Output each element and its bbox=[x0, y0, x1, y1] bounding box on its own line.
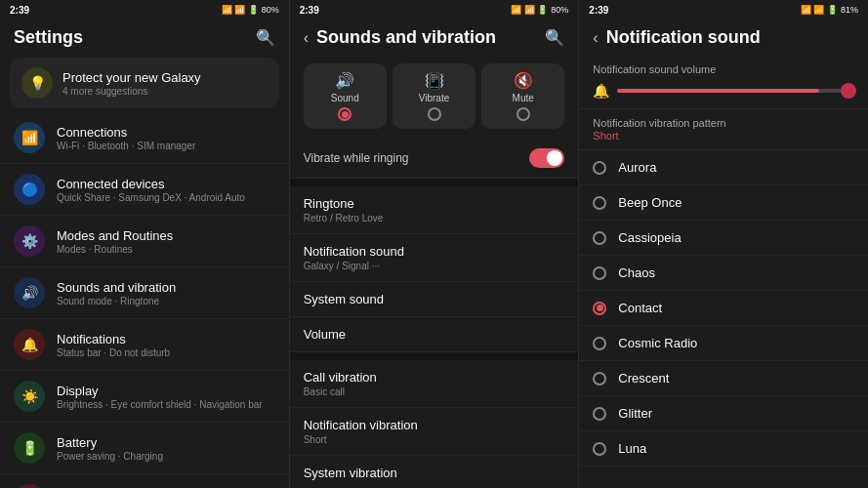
sound-glitter[interactable]: Glitter bbox=[579, 396, 868, 431]
sound-label: Sound bbox=[331, 93, 359, 103]
status-icons-1: 📶 📶 🔋 80% bbox=[222, 5, 279, 15]
notification-sound-item[interactable]: Notification sound Galaxy / Signal ··· bbox=[290, 234, 579, 282]
mute-label: Mute bbox=[513, 93, 534, 103]
notification-sound-title: Notification sound bbox=[304, 244, 565, 259]
notification-vibration-title: Notification vibration bbox=[304, 418, 565, 432]
volume-title: Volume bbox=[304, 327, 565, 342]
status-icons-2: 📶 📶 🔋 80% bbox=[511, 5, 568, 15]
sounds-title: Sounds and vibration bbox=[316, 27, 496, 48]
time-3: 2:39 bbox=[589, 5, 608, 16]
system-vibration-item[interactable]: System vibration bbox=[290, 456, 579, 488]
settings-battery[interactable]: 🔋 BatteryPower saving · Charging bbox=[0, 423, 289, 474]
ringtone-sub: Retro / Retro Love bbox=[304, 213, 565, 224]
sound-icon: 🔊 bbox=[335, 71, 354, 90]
system-sound-item[interactable]: System sound bbox=[290, 282, 579, 317]
connections-icon: 📶 bbox=[14, 122, 45, 153]
notification-header-left: ‹ Notification sound bbox=[593, 27, 760, 48]
luna-radio[interactable] bbox=[593, 442, 606, 456]
sound-beep-once[interactable]: Beep Once bbox=[579, 185, 868, 221]
volume-icon: 🔔 bbox=[593, 83, 609, 99]
call-vibration-title: Call vibration bbox=[304, 370, 565, 385]
mute-icon: 🔇 bbox=[514, 71, 533, 90]
back-icon-sounds[interactable]: ‹ bbox=[304, 29, 309, 47]
sound-list: Aurora Beep Once Cassiopeia Chaos Contac… bbox=[579, 150, 868, 467]
protect-title: Protect your new Galaxy bbox=[62, 70, 268, 85]
mute-radio[interactable] bbox=[517, 107, 530, 121]
sound-mode-sound[interactable]: 🔊 Sound bbox=[304, 63, 387, 129]
cassiopeia-radio[interactable] bbox=[593, 231, 606, 245]
sound-mode-vibrate[interactable]: 📳 Vibrate bbox=[393, 63, 475, 129]
slider-fill bbox=[617, 89, 818, 93]
aurora-radio[interactable] bbox=[593, 161, 606, 175]
protect-text: Protect your new Galaxy 4 more suggestio… bbox=[62, 70, 268, 97]
call-vibration-sub: Basic call bbox=[304, 386, 565, 397]
sounds-header: ‹ Sounds and vibration 🔍 bbox=[290, 20, 579, 54]
chaos-radio[interactable] bbox=[593, 266, 606, 280]
sound-crescent[interactable]: Crescent bbox=[579, 361, 868, 396]
settings-wallpaper[interactable]: 🖼️ Wallpaper and styleWallpapers · Colou… bbox=[0, 474, 289, 488]
vibrate-label: Vibrate bbox=[419, 93, 450, 103]
sounds-icon: 🔊 bbox=[14, 277, 45, 308]
panel-settings: 2:39 📶 📶 🔋 80% Settings 🔍 💡 Protect your… bbox=[0, 0, 290, 488]
notification-scroll: Notification sound volume 🔔 Notification… bbox=[579, 54, 868, 488]
contact-radio[interactable] bbox=[593, 302, 606, 315]
cosmic-label: Cosmic Radio bbox=[618, 336, 697, 350]
settings-display[interactable]: ☀️ DisplayBrightness · Eye comfort shiel… bbox=[0, 371, 289, 423]
sound-luna[interactable]: Luna bbox=[579, 431, 868, 467]
notification-title: Notification sound bbox=[606, 27, 761, 48]
notification-vibration-sub: Short bbox=[304, 434, 565, 445]
glitter-radio[interactable] bbox=[593, 407, 606, 421]
crescent-radio[interactable] bbox=[593, 372, 606, 386]
protect-subtitle: 4 more suggestions bbox=[62, 86, 268, 97]
sound-chaos[interactable]: Chaos bbox=[579, 256, 868, 291]
search-icon[interactable]: 🔍 bbox=[256, 28, 275, 47]
chaos-label: Chaos bbox=[618, 265, 655, 280]
crescent-label: Crescent bbox=[618, 371, 669, 386]
sound-mode-bar: 🔊 Sound 📳 Vibrate 🔇 Mute bbox=[290, 54, 579, 139]
volume-item[interactable]: Volume bbox=[290, 317, 579, 352]
aurora-label: Aurora bbox=[618, 160, 656, 175]
time-2: 2:39 bbox=[300, 5, 319, 16]
settings-connected-devices[interactable]: 🔵 Connected devicesQuick Share · Samsung… bbox=[0, 164, 289, 216]
settings-connections[interactable]: 📶 ConnectionsWi-Fi · Bluetooth · SIM man… bbox=[0, 112, 289, 164]
slider-thumb bbox=[841, 83, 856, 99]
ringtone-title: Ringtone bbox=[304, 196, 565, 211]
notification-header: ‹ Notification sound bbox=[579, 20, 868, 54]
volume-row: 🔔 bbox=[593, 83, 854, 99]
sound-contact[interactable]: Contact bbox=[579, 291, 868, 326]
panel-sounds: 2:39 📶 📶 🔋 80% ‹ Sounds and vibration 🔍 … bbox=[290, 0, 580, 488]
glitter-label: Glitter bbox=[618, 406, 652, 421]
vibrate-icon: 📳 bbox=[425, 71, 444, 90]
sound-radio[interactable] bbox=[338, 107, 351, 121]
sounds-header-left: ‹ Sounds and vibration bbox=[304, 27, 496, 48]
settings-modes[interactable]: ⚙️ Modes and RoutinesModes · Routines bbox=[0, 216, 289, 267]
volume-section: Notification sound volume 🔔 bbox=[579, 54, 868, 109]
volume-slider[interactable] bbox=[617, 89, 854, 93]
search-icon-sounds[interactable]: 🔍 bbox=[545, 28, 564, 47]
protect-item[interactable]: 💡 Protect your new Galaxy 4 more suggest… bbox=[10, 58, 279, 108]
battery-icon: 🔋 bbox=[14, 432, 45, 464]
back-icon-notification[interactable]: ‹ bbox=[593, 29, 598, 47]
wallpaper-icon: 🖼️ bbox=[14, 484, 45, 488]
settings-notifications[interactable]: 🔔 NotificationsStatus bar · Do not distu… bbox=[0, 319, 289, 371]
vibrate-radio[interactable] bbox=[428, 107, 441, 121]
sound-mode-mute[interactable]: 🔇 Mute bbox=[481, 63, 564, 129]
sound-cassiopeia[interactable]: Cassiopeia bbox=[579, 221, 868, 256]
sound-cosmic[interactable]: Cosmic Radio bbox=[579, 326, 868, 361]
beep-radio[interactable] bbox=[593, 196, 606, 210]
vibration-pattern-label: Notification vibration pattern bbox=[593, 117, 854, 129]
sounds-scroll: 🔊 Sound 📳 Vibrate 🔇 Mute bbox=[290, 54, 579, 488]
vibrate-toggle[interactable] bbox=[529, 148, 564, 168]
call-vibration-item[interactable]: Call vibration Basic call bbox=[290, 360, 579, 408]
modes-icon: ⚙️ bbox=[14, 225, 45, 257]
cosmic-radio[interactable] bbox=[593, 337, 606, 350]
protect-icon: 💡 bbox=[21, 67, 53, 99]
status-icons-3: 📶 📶 🔋 81% bbox=[801, 5, 858, 15]
settings-sounds[interactable]: 🔊 Sounds and vibrationSound mode · Ringt… bbox=[0, 267, 289, 319]
sound-aurora[interactable]: Aurora bbox=[579, 150, 868, 185]
notification-sound-sub: Galaxy / Signal ··· bbox=[304, 261, 565, 271]
contact-label: Contact bbox=[618, 301, 662, 315]
ringtone-item[interactable]: Ringtone Retro / Retro Love bbox=[290, 186, 579, 234]
panel-notification-sound: 2:39 📶 📶 🔋 81% ‹ Notification sound Noti… bbox=[579, 0, 868, 488]
notification-vibration-item[interactable]: Notification vibration Short bbox=[290, 408, 579, 456]
